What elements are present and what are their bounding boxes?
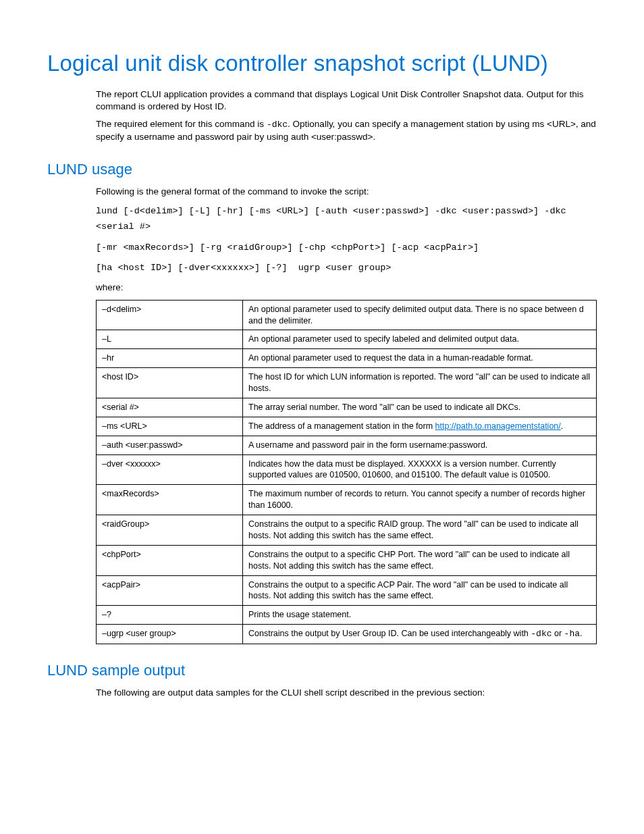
table-row: <chpPort>Constrains the output to a spec… (97, 545, 597, 575)
msurl-pre: The address of a management station in t… (248, 421, 435, 431)
param-desc: An optional parameter used to specify de… (243, 300, 597, 330)
page-title: Logical unit disk controller snapshot sc… (47, 49, 597, 79)
param-key: –L (97, 330, 243, 349)
table-row: <serial #>The array serial number. The w… (97, 398, 597, 417)
table-row: <host ID>The host ID for which LUN infor… (97, 368, 597, 398)
ugrp-post: . (580, 629, 582, 638)
param-key: <raidGroup> (97, 515, 243, 546)
param-key: <maxRecords> (97, 485, 243, 515)
param-desc: The maximum number of records to return.… (243, 485, 597, 515)
param-key: <serial #> (97, 398, 243, 417)
table-row: –hrAn optional parameter used to request… (97, 349, 597, 368)
param-desc: The host ID for which LUN information is… (243, 368, 597, 398)
ugrp-pre: Constrains the output by User Group ID. … (248, 629, 531, 638)
ugrp-code-1: -dkc (531, 629, 552, 639)
param-desc: Constrains the output to a specific RAID… (243, 515, 597, 546)
table-row: –d<delim>An optional parameter used to s… (97, 300, 597, 330)
param-desc: Indicates how the data must be displayed… (243, 454, 597, 485)
param-desc: The address of a management station in t… (243, 417, 597, 436)
msurl-post: . (561, 421, 563, 431)
table-row: –dver <xxxxxx>Indicates how the data mus… (97, 454, 597, 485)
section-sample-heading: LUND sample output (47, 660, 597, 681)
table-row: <maxRecords>The maximum number of record… (97, 485, 597, 515)
ugrp-mid: or (552, 629, 564, 638)
table-row: –ms <URL>The address of a management sta… (97, 417, 597, 436)
intro-paragraph-2: The required element for this command is… (96, 118, 597, 143)
param-desc: An optional parameter used to request th… (243, 349, 597, 368)
usage-code-line-1: lund [-d<delim>] [-L] [-hr] [-ms <URL>] … (96, 204, 597, 235)
where-label: where: (96, 282, 597, 294)
param-key: <acpPair> (97, 575, 243, 606)
section-usage-heading: LUND usage (47, 159, 597, 180)
usage-intro: Following is the general format of the c… (96, 186, 597, 198)
parameters-table: –d<delim>An optional parameter used to s… (96, 300, 597, 644)
param-desc: Constrains the output to a specific CHP … (243, 545, 597, 575)
param-key: –ugrp <user group> (97, 625, 243, 644)
param-key: –ms <URL> (97, 417, 243, 436)
param-desc: Prints the usage statement. (243, 606, 597, 625)
management-station-link[interactable]: http://path.to.managementstation/ (435, 421, 561, 431)
sample-intro: The following are output data samples fo… (96, 687, 597, 699)
table-row: –ugrp <user group>Constrains the output … (97, 625, 597, 644)
table-row: –?Prints the usage statement. (97, 606, 597, 625)
param-desc: The array serial number. The word "all" … (243, 398, 597, 417)
param-desc: Constrains the output to a specific ACP … (243, 575, 597, 606)
usage-code-line-3: [ha <host ID>] [-dver<xxxxxx>] [-?] ugrp… (96, 261, 597, 276)
table-row: <raidGroup>Constrains the output to a sp… (97, 515, 597, 546)
intro-paragraph-1: The report CLUI application provides a c… (96, 88, 597, 113)
intro-p2-code: -dkc (267, 120, 288, 130)
param-desc: Constrains the output by User Group ID. … (243, 625, 597, 644)
param-key: –d<delim> (97, 300, 243, 330)
param-key: –auth <user:passwd> (97, 436, 243, 454)
param-key: –? (97, 606, 243, 625)
param-key: –dver <xxxxxx> (97, 454, 243, 485)
table-row: –auth <user:passwd>A username and passwo… (97, 436, 597, 454)
ugrp-code-2: -ha (564, 629, 580, 639)
table-row: <acpPair>Constrains the output to a spec… (97, 575, 597, 606)
param-desc: A username and password pair in the form… (243, 436, 597, 454)
param-key: <chpPort> (97, 545, 243, 575)
table-row: –LAn optional parameter used to specify … (97, 330, 597, 349)
param-key: <host ID> (97, 368, 243, 398)
intro-p2-pre: The required element for this command is (96, 119, 267, 129)
usage-code-line-2: [-mr <maxRecords>] [-rg <raidGroup>] [-c… (96, 240, 597, 256)
param-key: –hr (97, 349, 243, 368)
param-desc: An optional parameter used to specify la… (243, 330, 597, 349)
